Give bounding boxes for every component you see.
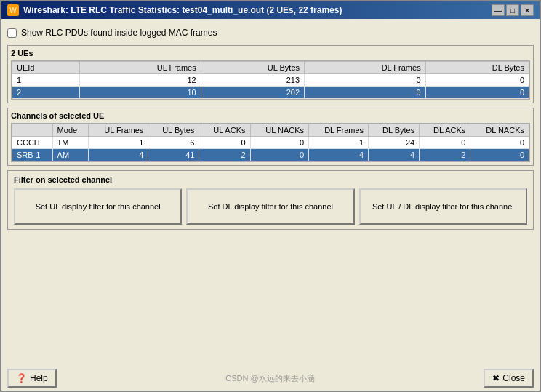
- ch-col-dl-nacks: DL NACKs: [470, 124, 529, 137]
- table-row[interactable]: 1 12 213 0 0: [12, 74, 529, 87]
- ch-cell-ul-acks: 2: [199, 149, 250, 161]
- ue-col-ul-frames: UL Frames: [80, 62, 201, 74]
- ch-col-dl-frames: DL Frames: [309, 124, 369, 137]
- ue-table-body: 1 12 213 0 0 2 10 202 0 0: [12, 74, 529, 99]
- ue-cell-ul-frames: 12: [80, 74, 201, 87]
- ch-cell-mode: AM: [52, 149, 89, 161]
- ch-col-ul-bytes: UL Bytes: [148, 124, 199, 137]
- ch-cell-ul-nacks: 0: [250, 149, 309, 161]
- window-title: Wireshark: LTE RLC Traffic Statistics: t…: [23, 5, 342, 15]
- content-area: Show RLC PDUs found inside logged MAC fr…: [1, 19, 540, 366]
- ue-cell-dl-bytes: 0: [425, 74, 529, 87]
- ul-dl-filter-button[interactable]: Set UL / DL display filter for this chan…: [359, 188, 527, 225]
- titlebar: W Wireshark: LTE RLC Traffic Statistics:…: [1, 1, 540, 19]
- help-label: Help: [30, 373, 48, 383]
- ch-cell-ul-frames: 4: [89, 149, 148, 161]
- ue-table-container: UEId UL Frames UL Bytes DL Frames DL Byt…: [11, 60, 530, 100]
- ch-col-ul-acks: UL ACKs: [199, 124, 250, 137]
- ch-col-dl-bytes: DL Bytes: [369, 124, 420, 137]
- help-icon: ❓: [16, 373, 27, 383]
- ue-cell-ul-bytes: 202: [201, 87, 304, 99]
- footer: ❓ Help CSDN @永远的来去小涵 ✖ Close: [1, 366, 540, 391]
- close-icon: ✖: [492, 373, 500, 383]
- ue-cell-ul-frames: 10: [80, 87, 201, 99]
- ue-col-ueid: UEId: [12, 62, 80, 74]
- ue-group-title: 2 UEs: [11, 49, 530, 57]
- ue-cell-dl-frames: 0: [305, 74, 426, 87]
- ue-col-ul-bytes: UL Bytes: [201, 62, 304, 74]
- table-row[interactable]: SRB-1 AM 4 41 2 0 4 4 2 0: [12, 149, 529, 161]
- checkbox-row: Show RLC PDUs found inside logged MAC fr…: [7, 25, 534, 41]
- main-window: W Wireshark: LTE RLC Traffic Statistics:…: [0, 0, 541, 392]
- titlebar-left: W Wireshark: LTE RLC Traffic Statistics:…: [7, 4, 342, 16]
- show-rlc-label: Show RLC PDUs found inside logged MAC fr…: [21, 28, 217, 38]
- channels-table-container: Mode UL Frames UL Bytes UL ACKs UL NACKs…: [11, 123, 530, 162]
- channels-table-body: CCCH TM 1 6 0 0 1 24 0 0 SRB-1 AM 4 41 2…: [12, 137, 529, 161]
- ch-col-dl-acks: DL ACKs: [420, 124, 470, 137]
- ch-col-mode: Mode: [52, 124, 89, 137]
- ch-cell-dl-nacks: 0: [470, 149, 529, 161]
- ch-cell-ul-frames: 1: [89, 137, 148, 149]
- close-window-button[interactable]: ✕: [521, 4, 534, 16]
- ch-cell-dl-bytes: 24: [369, 137, 420, 149]
- channels-group: Channels of selected UE Mode UL Frames U…: [7, 108, 534, 166]
- table-row[interactable]: 2 10 202 0 0: [12, 87, 529, 99]
- ch-cell-name: CCCH: [12, 137, 53, 149]
- ue-group: 2 UEs UEId UL Frames UL Bytes DL Frames …: [7, 45, 534, 103]
- ul-filter-button[interactable]: Set UL display filter for this channel: [14, 188, 182, 225]
- ch-cell-dl-acks: 0: [420, 137, 470, 149]
- ue-table: UEId UL Frames UL Bytes DL Frames DL Byt…: [12, 61, 529, 99]
- ue-cell-dl-bytes: 0: [425, 87, 529, 99]
- filter-group-title: Filter on selected channel: [14, 175, 527, 184]
- table-row[interactable]: CCCH TM 1 6 0 0 1 24 0 0: [12, 137, 529, 149]
- dl-filter-button[interactable]: Set DL display filter for this channel: [186, 188, 354, 225]
- filter-group: Filter on selected channel Set UL displa…: [7, 170, 534, 230]
- ch-cell-dl-nacks: 0: [470, 137, 529, 149]
- minimize-button[interactable]: —: [492, 4, 505, 16]
- ch-cell-dl-acks: 2: [420, 149, 470, 161]
- channels-group-title: Channels of selected UE: [11, 111, 530, 120]
- filter-buttons: Set UL display filter for this channel S…: [14, 188, 527, 225]
- ue-table-header: UEId UL Frames UL Bytes DL Frames DL Byt…: [12, 62, 529, 74]
- ue-cell-ueid: 1: [12, 74, 80, 87]
- channels-table-header: Mode UL Frames UL Bytes UL ACKs UL NACKs…: [12, 124, 529, 137]
- watermark: CSDN @永远的来去小涵: [225, 373, 314, 384]
- ch-cell-name: SRB-1: [12, 149, 53, 161]
- show-rlc-checkbox[interactable]: [7, 28, 17, 38]
- ch-cell-ul-bytes: 41: [148, 149, 199, 161]
- close-button[interactable]: ✖ Close: [484, 369, 534, 388]
- ch-cell-ul-bytes: 6: [148, 137, 199, 149]
- help-button[interactable]: ❓ Help: [7, 369, 57, 388]
- titlebar-controls: — □ ✕: [492, 4, 534, 16]
- ue-cell-ul-bytes: 213: [201, 74, 304, 87]
- ue-cell-ueid: 2: [12, 87, 80, 99]
- ch-col-ul-nacks: UL NACKs: [250, 124, 309, 137]
- app-icon: W: [7, 4, 19, 16]
- ue-col-dl-frames: DL Frames: [305, 62, 426, 74]
- maximize-button[interactable]: □: [506, 4, 519, 16]
- ch-cell-dl-bytes: 4: [369, 149, 420, 161]
- ch-cell-dl-frames: 4: [309, 149, 369, 161]
- ue-col-dl-bytes: DL Bytes: [425, 62, 529, 74]
- ch-cell-ul-acks: 0: [199, 137, 250, 149]
- ch-col-name: [12, 124, 53, 137]
- ch-cell-dl-frames: 1: [309, 137, 369, 149]
- channels-table: Mode UL Frames UL Bytes UL ACKs UL NACKs…: [12, 124, 529, 161]
- ch-cell-mode: TM: [52, 137, 89, 149]
- ue-cell-dl-frames: 0: [305, 87, 426, 99]
- ch-col-ul-frames: UL Frames: [89, 124, 148, 137]
- ch-cell-ul-nacks: 0: [250, 137, 309, 149]
- close-label: Close: [502, 373, 525, 383]
